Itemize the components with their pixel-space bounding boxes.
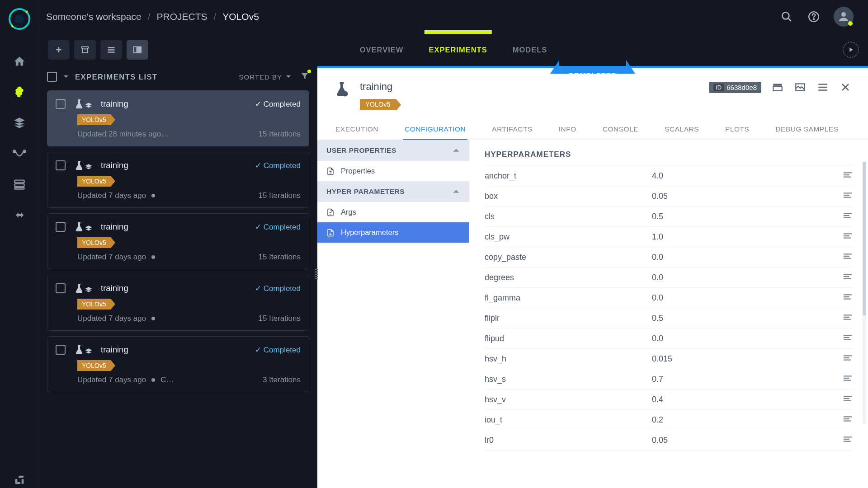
experiment-card[interactable]: training ✓ Completed YOLOv5 Updated 7 da…	[47, 336, 309, 392]
experiment-checkbox[interactable]	[56, 99, 66, 109]
bars-icon[interactable]	[843, 313, 853, 323]
param-row[interactable]: iou_t 0.2	[485, 410, 853, 430]
brain-icon[interactable]	[11, 84, 28, 100]
menu-icon[interactable]	[816, 81, 829, 94]
experiment-checkbox[interactable]	[56, 160, 66, 170]
svg-rect-5	[14, 184, 24, 187]
scrollbar[interactable]	[863, 162, 866, 424]
item-hyperparameters[interactable]: Hyperparameters	[317, 222, 469, 243]
param-row[interactable]: lr0 0.05	[485, 430, 853, 450]
param-row[interactable]: fl_gamma 0.0	[485, 288, 853, 308]
experiment-tag[interactable]: YOLOv5	[77, 176, 111, 187]
server-icon[interactable]	[11, 176, 28, 192]
subtab-debug[interactable]: DEBUG SAMPLES	[774, 119, 840, 140]
bars-icon[interactable]	[843, 374, 853, 384]
tab-overview[interactable]: OVERVIEW	[360, 37, 404, 63]
slack-icon[interactable]	[11, 472, 28, 488]
bars-icon[interactable]	[843, 354, 853, 364]
search-icon[interactable]	[779, 9, 794, 24]
param-row[interactable]: box 0.05	[485, 186, 853, 206]
param-row[interactable]: cls_pw 1.0	[485, 227, 853, 247]
bars-icon[interactable]	[843, 211, 853, 221]
experiment-card[interactable]: training ✓ Completed YOLOv5 Updated 7 da…	[47, 275, 309, 331]
params-panel: HYPERPARAMETERS anchor_t 4.0 box 0.05 cl…	[469, 140, 868, 488]
bars-icon[interactable]	[843, 435, 853, 445]
archive-button[interactable]	[74, 40, 96, 60]
param-row[interactable]: anchor_t 4.0	[485, 165, 853, 186]
sort-button[interactable]: SORTED BY	[239, 73, 291, 81]
experiment-tag[interactable]: YOLOv5	[77, 114, 111, 125]
help-icon[interactable]	[807, 9, 821, 24]
bars-icon[interactable]	[843, 394, 853, 404]
section-user-properties[interactable]: USER PROPERTIES	[317, 140, 469, 161]
params-title: HYPERPARAMETERS	[485, 150, 853, 159]
bars-icon[interactable]	[843, 232, 853, 242]
param-row[interactable]: flipud 0.0	[485, 328, 853, 349]
svg-point-2	[13, 150, 15, 153]
home-icon[interactable]	[11, 53, 28, 70]
subtab-info[interactable]: INFO	[557, 119, 578, 140]
split-view-button[interactable]	[127, 40, 148, 60]
breadcrumb-workspace[interactable]: Someone's workspace	[46, 11, 142, 22]
subtab-configuration[interactable]: CONFIGURATION	[403, 119, 467, 140]
bars-icon[interactable]	[843, 333, 853, 343]
app-logo	[9, 8, 30, 30]
bars-icon[interactable]	[843, 415, 853, 425]
experiment-card[interactable]: training ✓ Completed YOLOv5 Updated 7 da…	[47, 213, 309, 269]
bars-icon[interactable]	[843, 272, 853, 282]
experiment-tag[interactable]: YOLOv5	[360, 99, 396, 110]
subtab-execution[interactable]: EXECUTION	[334, 119, 380, 140]
user-avatar[interactable]	[834, 7, 854, 27]
updated-time: Updated 28 minutes ago…	[77, 130, 169, 139]
item-properties[interactable]: Properties	[317, 161, 469, 181]
experiment-status: ✓ Completed	[255, 345, 301, 355]
subtab-artifacts[interactable]: ARTIFACTS	[490, 119, 534, 140]
param-row[interactable]: fliplr 0.5	[485, 308, 853, 328]
refresh-icon[interactable]	[843, 42, 859, 58]
experiment-tag[interactable]: YOLOv5	[77, 237, 111, 248]
param-row[interactable]: cls 0.5	[485, 206, 853, 227]
id-chip[interactable]: ID6638d0e8	[709, 82, 761, 93]
param-row[interactable]: hsv_v 0.4	[485, 389, 853, 410]
bars-icon[interactable]	[843, 293, 853, 303]
bars-icon[interactable]	[843, 171, 853, 181]
experiment-tag[interactable]: YOLOv5	[77, 360, 111, 371]
param-row[interactable]: hsv_h 0.015	[485, 349, 853, 369]
tab-experiments[interactable]: EXPERIMENTS	[429, 37, 487, 63]
dot-separator	[151, 317, 155, 320]
list-view-button[interactable]	[100, 40, 122, 60]
filter-button[interactable]	[300, 71, 309, 82]
deploy-icon[interactable]	[11, 207, 28, 223]
subtab-console[interactable]: CONSOLE	[601, 119, 640, 140]
bars-icon[interactable]	[843, 252, 853, 262]
add-button[interactable]	[48, 40, 70, 60]
subtab-scalars[interactable]: SCALARS	[663, 119, 701, 140]
param-row[interactable]: degrees 0.0	[485, 267, 853, 288]
experiment-checkbox[interactable]	[56, 345, 66, 355]
param-value: 0.0	[652, 253, 843, 262]
pipeline-icon[interactable]	[11, 145, 28, 162]
param-name: iou_t	[485, 415, 652, 425]
image-icon[interactable]	[794, 81, 807, 94]
breadcrumb-projects[interactable]: PROJECTS	[156, 11, 207, 22]
tab-models[interactable]: MODELS	[513, 37, 547, 63]
param-row[interactable]: hsv_s 0.7	[485, 369, 853, 389]
param-row[interactable]: copy_paste 0.0	[485, 247, 853, 267]
close-icon[interactable]	[839, 81, 852, 94]
layers-icon[interactable]	[11, 115, 28, 131]
select-all-checkbox[interactable]	[47, 72, 57, 82]
item-args[interactable]: Args	[317, 202, 469, 222]
chevron-down-icon[interactable]	[63, 74, 69, 80]
bars-icon[interactable]	[843, 191, 853, 201]
experiment-status: ✓ Completed	[255, 222, 301, 232]
section-hyper-params[interactable]: HYPER PARAMETERS	[317, 181, 469, 202]
experiment-card[interactable]: training ✓ Completed YOLOv5 Updated 7 da…	[47, 152, 309, 208]
experiment-checkbox[interactable]	[56, 222, 66, 232]
svg-rect-15	[82, 47, 89, 48]
experiment-checkbox[interactable]	[56, 283, 66, 293]
experiment-tag[interactable]: YOLOv5	[77, 299, 111, 310]
card-view-icon[interactable]	[771, 81, 784, 94]
subtab-plots[interactable]: PLOTS	[723, 119, 751, 140]
resize-handle[interactable]	[315, 269, 318, 285]
experiment-card[interactable]: training ✓ Completed YOLOv5 Updated 28 m…	[47, 90, 309, 146]
